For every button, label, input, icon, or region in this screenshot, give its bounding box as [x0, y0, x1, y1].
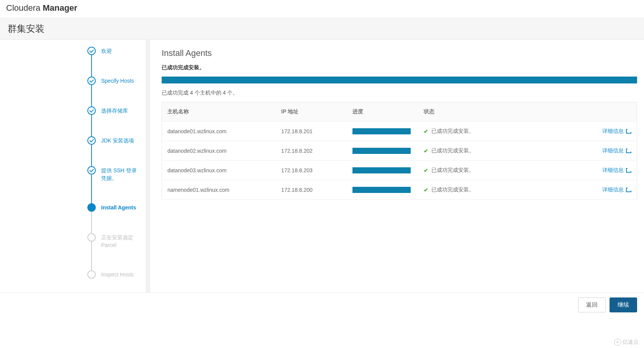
content-title: Install Agents	[162, 48, 637, 58]
step-label: 选择存储库	[101, 106, 128, 115]
col-ip: IP 地址	[276, 102, 347, 122]
host-status: ✔已成功完成安装。	[418, 141, 580, 161]
table-row: datanode02.wzlinux.com172.18.8.202✔已成功完成…	[162, 141, 637, 161]
step-marker-icon	[87, 203, 96, 212]
step-marker-icon	[87, 106, 96, 115]
step-marker-icon	[87, 270, 96, 279]
expand-icon	[626, 168, 631, 173]
brand-second: Manager	[43, 3, 77, 13]
step-connector	[91, 145, 92, 166]
wizard-step-1[interactable]: Specify Hosts	[87, 77, 142, 106]
detail-link-text: 详细信息	[602, 167, 624, 174]
host-status: ✔已成功完成安装。	[418, 161, 580, 180]
table-header-row: 主机名称 IP 地址 进度 状态	[162, 102, 637, 122]
brand-logo: Cloudera Manager	[6, 3, 77, 13]
check-icon: ✔	[424, 148, 428, 154]
wizard-steps[interactable]: 欢迎Specify Hosts选择存储库JDK 安装选项提供 SSH 登录凭据。…	[80, 40, 150, 292]
host-ip: 172.18.8.201	[276, 122, 347, 141]
body: 欢迎Specify Hosts选择存储库JDK 安装选项提供 SSH 登录凭据。…	[0, 40, 644, 292]
detail-link[interactable]: 详细信息	[602, 147, 631, 154]
check-icon: ✔	[424, 128, 428, 134]
host-status: ✔已成功完成安装。	[418, 180, 580, 200]
detail-link[interactable]: 详细信息	[602, 186, 631, 193]
step-label: Install Agents	[101, 203, 136, 212]
host-progress	[347, 161, 418, 180]
step-connector	[91, 85, 92, 106]
expand-icon	[626, 188, 631, 192]
status-text: 已成功完成安装。	[431, 167, 474, 174]
host-detail: 详细信息	[580, 141, 637, 161]
host-ip: 172.18.8.202	[276, 141, 347, 161]
wizard-step-5[interactable]: Install Agents	[87, 203, 142, 233]
page-title: 群集安装	[0, 18, 644, 40]
brand-first: Cloudera	[6, 3, 43, 13]
wizard-footer: 返回 继续	[0, 292, 644, 317]
step-marker-icon	[87, 77, 96, 85]
detail-link-text: 详细信息	[602, 128, 624, 135]
table-row: datanode01.wzlinux.com172.18.8.201✔已成功完成…	[162, 122, 637, 141]
host-progress	[347, 180, 418, 200]
host-status: ✔已成功完成安装。	[418, 122, 580, 141]
detail-link-text: 详细信息	[602, 186, 624, 193]
host-name: datanode01.wzlinux.com	[162, 122, 276, 141]
step-connector	[91, 212, 92, 233]
wizard-step-6: 正在安装选定 Parcel	[87, 233, 142, 270]
step-marker-icon	[87, 233, 96, 242]
progress-bar	[352, 187, 411, 193]
wizard-step-2[interactable]: 选择存储库	[87, 106, 142, 136]
detail-link[interactable]: 详细信息	[602, 128, 631, 135]
wizard-step-3[interactable]: JDK 安装选项	[87, 136, 142, 166]
host-name: namenode01.wzlinux.com	[162, 180, 276, 200]
check-icon: ✔	[424, 167, 428, 173]
col-host: 主机名称	[162, 102, 276, 122]
step-connector	[91, 55, 92, 77]
step-marker-icon	[87, 136, 96, 145]
detail-link-text: 详细信息	[602, 147, 624, 154]
summary-line: 已成功完成 4 个主机中的 4 个。	[162, 90, 637, 96]
table-row: datanode03.wzlinux.com172.18.8.203✔已成功完成…	[162, 161, 637, 180]
host-name: datanode02.wzlinux.com	[162, 141, 276, 161]
col-progress: 进度	[347, 102, 418, 122]
expand-icon	[626, 149, 631, 153]
host-ip: 172.18.8.203	[276, 161, 347, 180]
progress-bar	[352, 128, 411, 134]
host-detail: 详细信息	[580, 180, 637, 200]
left-spacer	[0, 40, 80, 292]
col-status: 状态	[418, 102, 580, 122]
host-progress	[347, 141, 418, 161]
step-label: 提供 SSH 登录凭据。	[101, 166, 142, 182]
step-connector	[91, 175, 92, 203]
status-text: 已成功完成安装。	[431, 128, 474, 135]
check-icon: ✔	[424, 187, 428, 193]
step-connector	[91, 115, 92, 136]
back-button[interactable]: 返回	[578, 297, 606, 312]
status-text: 已成功完成安装。	[431, 147, 474, 154]
step-label: Inspect Hosts	[101, 270, 134, 279]
expand-icon	[626, 129, 631, 134]
install-success-message: 已成功完成安装。	[162, 64, 637, 71]
wizard-step-7: Inspect Hosts	[87, 270, 142, 279]
step-marker-icon	[87, 166, 96, 175]
table-row: namenode01.wzlinux.com172.18.8.200✔已成功完成…	[162, 180, 637, 200]
content: Install Agents 已成功完成安装。 已成功完成 4 个主机中的 4 …	[150, 40, 644, 292]
detail-link[interactable]: 详细信息	[602, 167, 631, 174]
step-label: Specify Hosts	[101, 77, 134, 85]
host-ip: 172.18.8.200	[276, 180, 347, 200]
step-label: 正在安装选定 Parcel	[101, 233, 142, 249]
step-label: 欢迎	[101, 47, 112, 55]
wizard-step-4[interactable]: 提供 SSH 登录凭据。	[87, 166, 142, 203]
status-text: 已成功完成安装。	[431, 186, 474, 193]
wizard-step-0[interactable]: 欢迎	[87, 47, 142, 77]
hosts-table: 主机名称 IP 地址 进度 状态 datanode01.wzlinux.com1…	[162, 102, 637, 200]
app-header: Cloudera Manager	[0, 0, 644, 18]
continue-button[interactable]: 继续	[610, 297, 637, 312]
step-marker-icon	[87, 47, 96, 55]
host-name: datanode03.wzlinux.com	[162, 161, 276, 180]
host-progress	[347, 122, 418, 141]
host-detail: 详细信息	[580, 161, 637, 180]
host-detail: 详细信息	[580, 122, 637, 141]
step-connector	[91, 242, 92, 270]
progress-bar	[352, 167, 411, 173]
step-label: JDK 安装选项	[101, 136, 134, 145]
overall-progress-bar	[162, 77, 637, 83]
